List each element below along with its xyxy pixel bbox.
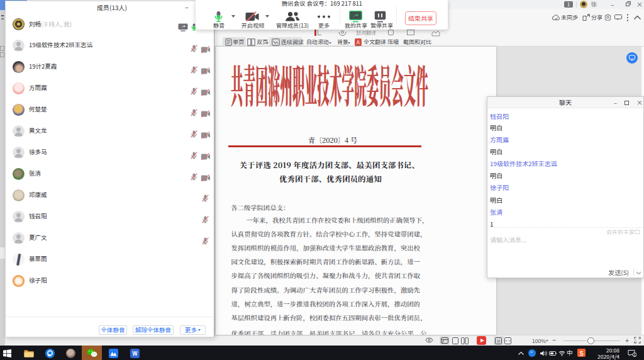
svg-text:10: 10 <box>497 339 501 343</box>
svg-text:1: 1 <box>633 353 635 357</box>
